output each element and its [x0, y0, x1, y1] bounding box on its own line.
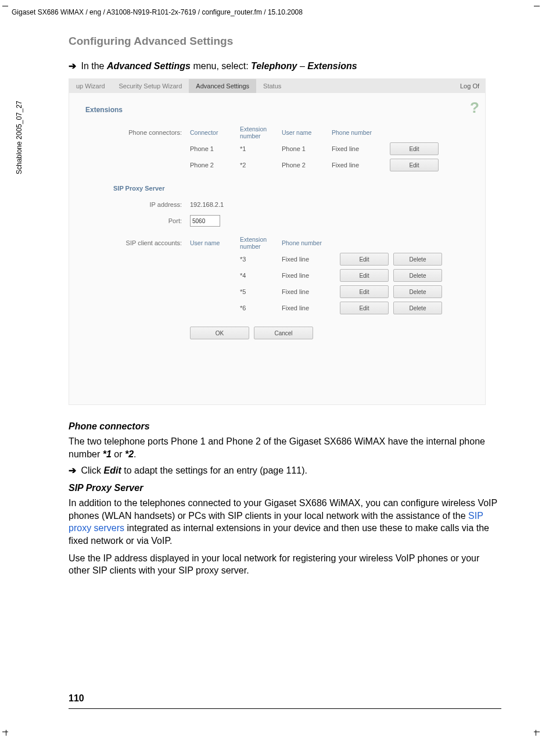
sc-row0-ext: *3	[240, 256, 282, 263]
pc-row0-ext: *1	[240, 145, 282, 152]
intro-mid: menu, select:	[191, 61, 251, 71]
nav-instruction: ➔ In the Advanced Settings menu, select:…	[69, 60, 501, 71]
sc-row1-phone: Fixed line	[282, 272, 340, 279]
intro-prefix: In the	[81, 61, 106, 71]
ip-address-value: 192.168.2.1	[190, 201, 224, 208]
tab-status[interactable]: Status	[256, 79, 288, 93]
phone-connectors-label: Phone connectors:	[83, 129, 190, 136]
intro-bold1: Advanced Settings	[107, 61, 191, 71]
ip-address-paragraph: Use the IP address displayed in your loc…	[69, 552, 501, 577]
sc-row3-delete-button[interactable]: Delete	[393, 302, 442, 314]
ok-button[interactable]: OK	[190, 327, 249, 339]
pc-row1-connector: Phone 2	[190, 162, 240, 169]
arrow-icon: ➔	[69, 61, 76, 71]
hdr-user: User name	[282, 129, 332, 136]
sc-row2-phone: Fixed line	[282, 288, 340, 295]
hdr-ext: Extension number	[240, 126, 282, 139]
sc-row1-delete-button[interactable]: Delete	[393, 269, 442, 282]
tab-setup-wizard[interactable]: up Wizard	[69, 79, 112, 93]
sip-proxy-paragraph: In addition to the telephones connected …	[69, 497, 501, 547]
sc-row3-ext: *6	[240, 304, 282, 311]
sc-row1-ext: *4	[240, 272, 282, 279]
cancel-button[interactable]: Cancel	[254, 327, 313, 339]
pc-row0-edit-button[interactable]: Edit	[390, 142, 439, 155]
sip-proxy-title: SIP Proxy Server	[113, 185, 471, 192]
section-title: Configuring Advanced Settings	[69, 35, 501, 48]
log-off-link[interactable]: Log Of	[460, 83, 485, 89]
sip-proxy-heading: SIP Proxy Server	[69, 483, 501, 493]
edit-instruction: ➔ Click Edit to adapt the settings for a…	[69, 465, 501, 476]
pc-row1-ext: *2	[240, 162, 282, 169]
sc-row3-phone: Fixed line	[282, 304, 340, 311]
header-path: Gigaset SX686 WiMAX / eng / A31008-N919-…	[12, 8, 303, 16]
pc-row1-phone: Fixed line	[332, 162, 390, 169]
pc-row1-edit-button[interactable]: Edit	[390, 159, 439, 171]
intro-dash: –	[297, 61, 307, 71]
port-input[interactable]	[190, 215, 220, 227]
pc-row0-connector: Phone 1	[190, 145, 240, 152]
sc-row2-ext: *5	[240, 288, 282, 295]
page-number: 110	[69, 693, 501, 704]
hdr-phone: Phone number	[332, 129, 390, 136]
pc-row1-user: Phone 2	[282, 162, 332, 169]
sip-clients-label: SIP client accounts:	[83, 239, 190, 246]
intro-bold2: Telephony	[251, 61, 297, 71]
sc-row1-edit-button[interactable]: Edit	[340, 269, 389, 282]
intro-bold3: Extensions	[307, 61, 357, 71]
side-template-text: Schablone 2005_07_27	[15, 101, 23, 174]
tab-security-wizard[interactable]: Security Setup Wizard	[112, 79, 189, 93]
pc-row0-user: Phone 1	[282, 145, 332, 152]
sc-row0-phone: Fixed line	[282, 256, 340, 263]
help-icon[interactable]: ?	[470, 99, 479, 117]
topbar: up Wizard Security Setup Wizard Advanced…	[69, 79, 485, 93]
pc-row0-phone: Fixed line	[332, 145, 390, 152]
tab-advanced-settings[interactable]: Advanced Settings	[189, 79, 256, 93]
phone-connectors-paragraph: The two telephone ports Phone 1 and Phon…	[69, 435, 501, 460]
page-rule	[69, 708, 501, 709]
sc-row3-edit-button[interactable]: Edit	[340, 302, 389, 314]
panel-heading: Extensions	[85, 106, 471, 114]
sc-row2-delete-button[interactable]: Delete	[393, 285, 442, 298]
sc-row2-edit-button[interactable]: Edit	[340, 285, 389, 298]
sc-hdr-ext: Extension number	[240, 236, 282, 250]
sc-hdr-phone: Phone number	[282, 239, 340, 246]
port-label: Port:	[83, 217, 190, 224]
arrow-icon: ➔	[69, 465, 76, 475]
sc-row0-delete-button[interactable]: Delete	[393, 253, 442, 266]
ip-address-label: IP address:	[83, 201, 190, 208]
phone-connectors-heading: Phone connectors	[69, 421, 501, 432]
sc-hdr-user: User name	[190, 239, 240, 246]
hdr-connector: Connector	[190, 129, 240, 136]
sc-row0-edit-button[interactable]: Edit	[340, 253, 389, 266]
router-screenshot: up Wizard Security Setup Wizard Advanced…	[69, 78, 486, 405]
